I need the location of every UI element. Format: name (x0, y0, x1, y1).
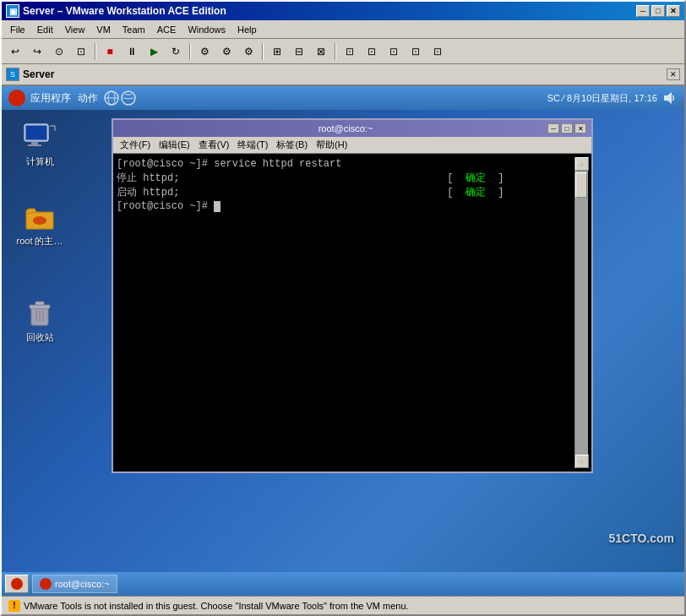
toolbar-btn-8[interactable]: ⊞ (267, 42, 287, 61)
home-icon-img (23, 202, 57, 232)
menu-view[interactable]: View (60, 23, 90, 36)
vm-tab-title: Server (23, 68, 54, 80)
vmware-icon: ▣ (6, 4, 19, 18)
toolbar-btn-2[interactable]: ↪ (27, 42, 47, 61)
desktop-icon-home[interactable]: root 的主… (16, 202, 63, 248)
choose-text: Choose (201, 601, 233, 611)
toolbar-btn-14[interactable]: ⊡ (406, 42, 426, 61)
terminal-menu-terminal[interactable]: 终端(T) (234, 138, 271, 152)
toolbar-btn-15[interactable]: ⊡ (427, 42, 448, 61)
terminal-body[interactable]: [root@cisco ~]# service httpd restart 停止… (113, 154, 591, 472)
toolbar-refresh-btn[interactable]: ↻ (166, 42, 186, 61)
terminal-window: root@cisco:~ ─ □ ✕ 文件(F) 编辑(E) 查看(V) 终端(… (112, 118, 593, 473)
toolbar-btn-4[interactable]: ⊡ (71, 42, 91, 61)
terminal-menu-view[interactable]: 查看(V) (195, 138, 233, 152)
window-title: Server – VMware Workstation ACE Edition (23, 5, 226, 17)
terminal-title: root@cisco:~ (144, 123, 547, 134)
svg-rect-8 (28, 144, 41, 146)
title-bar: ▣ Server – VMware Workstation ACE Editio… (2, 2, 684, 20)
toolbar-btn-7[interactable]: ⚙ (238, 42, 259, 61)
toolbar-btn-9[interactable]: ⊟ (289, 42, 309, 61)
close-button[interactable]: ✕ (667, 5, 680, 17)
taskbar-terminal-btn[interactable]: root@cisco:~ (32, 575, 117, 593)
menu-file[interactable]: File (5, 23, 30, 36)
desktop-content: 计算机 root 的主… (2, 110, 684, 572)
title-controls: ─ □ ✕ (636, 5, 680, 17)
toolbar-btn-12[interactable]: ⊡ (362, 42, 382, 61)
terminal-line-1: [root@cisco ~]# service httpd restart 停止… (117, 158, 504, 212)
menu-bar: File Edit View VM Team ACE Windows Help (2, 20, 684, 39)
maximize-button[interactable]: □ (651, 5, 665, 17)
toolbar-sep-1 (95, 43, 96, 60)
trash-icon-img (23, 298, 57, 329)
svg-rect-15 (35, 302, 44, 305)
desktop-icon-trash[interactable]: 回收站 (23, 298, 57, 344)
home-folder-svg (24, 204, 55, 231)
terminal-menu-edit[interactable]: 编辑(E) (155, 138, 193, 152)
taskbar-terminal-icon (40, 578, 52, 590)
terminal-menu-bar: 文件(F) 编辑(E) 查看(V) 终端(T) 标签(B) 帮助(H) (113, 137, 591, 154)
terminal-title-bar: root@cisco:~ ─ □ ✕ (113, 120, 591, 137)
terminal-close-btn[interactable]: ✕ (574, 123, 586, 134)
terminal-menu-help[interactable]: 帮助(H) (313, 138, 351, 152)
server-topbar: 应用程序 动作 SC ∕ 8月10日星期日, 17:16 (2, 86, 684, 110)
svg-rect-14 (30, 305, 50, 308)
svg-point-12 (33, 216, 46, 225)
globe-icon-2 (120, 90, 137, 106)
status-message: VMware Tools is not installed in this gu… (24, 601, 409, 611)
toolbar-btn-1[interactable]: ↩ (5, 42, 25, 61)
menu-team[interactable]: Team (117, 23, 150, 36)
svg-rect-6 (26, 126, 46, 139)
toolbar-sep-3 (262, 43, 264, 60)
taskbar-start-button[interactable] (5, 575, 29, 593)
scrollbar-thumb[interactable] (575, 172, 587, 198)
vm-tab-icon: S (6, 68, 19, 81)
terminal-title-controls: ─ □ ✕ (547, 123, 586, 134)
vm-tab: S Server ✕ (2, 64, 684, 86)
scrollbar-up-btn[interactable]: ▲ (575, 157, 589, 171)
server-desktop: 应用程序 动作 SC ∕ 8月10日星期日, 17:16 (2, 86, 684, 596)
svg-rect-7 (31, 141, 38, 144)
terminal-menu-tabs[interactable]: 标签(B) (273, 138, 311, 152)
computer-icon-img (23, 123, 57, 153)
toolbar-btn-10[interactable]: ⊠ (311, 42, 331, 61)
scrollbar-down-btn[interactable]: ▼ (575, 455, 589, 468)
vmware-statusbar: ! VMware Tools is not installed in this … (2, 596, 684, 614)
terminal-maximize-btn[interactable]: □ (561, 123, 573, 134)
topbar-datetime: SC ∕ 8月10日星期日, 17:16 (547, 92, 657, 105)
menu-ace[interactable]: ACE (152, 23, 182, 36)
toolbar-btn-13[interactable]: ⊡ (384, 42, 404, 61)
watermark-logo: 51CTO.com (608, 532, 674, 545)
terminal-scrollbar[interactable]: ▲ ▼ (574, 157, 588, 468)
terminal-minimize-btn[interactable]: ─ (547, 123, 559, 134)
minimize-button[interactable]: ─ (636, 5, 650, 17)
menu-edit[interactable]: Edit (32, 23, 58, 36)
redhat-logo (8, 90, 25, 106)
title-bar-left: ▣ Server – VMware Workstation ACE Editio… (6, 4, 226, 18)
vmware-window: ▣ Server – VMware Workstation ACE Editio… (0, 0, 686, 616)
trash-icon-label: 回收站 (26, 331, 54, 344)
toolbar-pause-btn[interactable]: ⏸ (122, 42, 142, 61)
toolbar-btn-11[interactable]: ⊡ (340, 42, 360, 61)
vm-tab-close-button[interactable]: ✕ (667, 68, 680, 80)
desktop-icon-computer[interactable]: 计算机 (23, 123, 57, 168)
toolbar: ↩ ↪ ⊙ ⊡ ■ ⏸ ▶ ↻ ⚙ ⚙ ⚙ ⊞ ⊟ ⊠ ⊡ ⊡ ⊡ ⊡ ⊡ (2, 39, 684, 64)
actions-menu[interactable]: 动作 (78, 91, 98, 106)
trash-icon-svg (26, 298, 53, 329)
terminal-text-content: [root@cisco ~]# service httpd restart 停止… (117, 157, 574, 468)
toolbar-btn-3[interactable]: ⊙ (49, 42, 69, 61)
toolbar-btn-5[interactable]: ⚙ (194, 42, 215, 61)
toolbar-btn-6[interactable]: ⚙ (216, 42, 237, 61)
toolbar-play-btn[interactable]: ▶ (144, 42, 164, 61)
start-btn-logo (11, 578, 23, 590)
applications-menu[interactable]: 应用程序 (30, 91, 71, 106)
menu-vm[interactable]: VM (91, 23, 116, 36)
terminal-menu-file[interactable]: 文件(F) (117, 138, 154, 152)
volume-icon (661, 90, 678, 106)
home-icon-label: root 的主… (16, 235, 63, 248)
menu-windows[interactable]: Windows (182, 23, 231, 36)
taskbar-terminal-label: root@cisco:~ (55, 579, 110, 589)
toolbar-stop-btn[interactable]: ■ (100, 42, 120, 61)
scrollbar-track[interactable] (575, 171, 588, 455)
menu-help[interactable]: Help (232, 23, 262, 36)
